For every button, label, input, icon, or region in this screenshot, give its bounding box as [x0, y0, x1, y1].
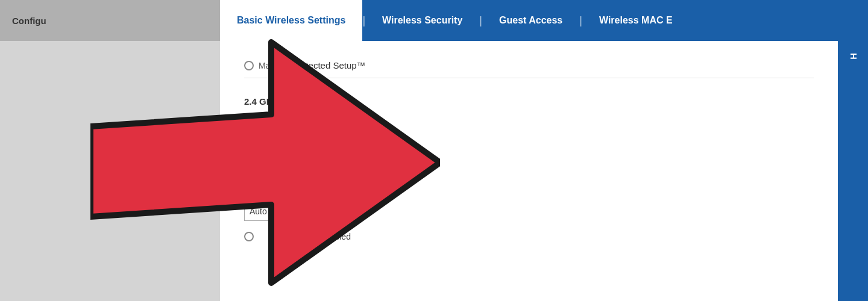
right-panel: H	[838, 41, 868, 301]
network-mode-select[interactable]: Mixed Wireless-B Only Wireless-G Only Wi…	[244, 119, 365, 138]
ssid-input[interactable]	[244, 146, 365, 166]
nav-bar: Basic Wireless Settings | Wireless Secur…	[220, 0, 868, 41]
wps-row: Manu Protected Setup™	[244, 53, 814, 78]
tab-wireless-mac[interactable]: Wireless MAC E	[582, 0, 690, 41]
right-panel-text: H	[848, 53, 858, 60]
broadcast-enabled-radio[interactable]	[244, 232, 254, 241]
channel-width-row: 0 MHz Only 20 MHz Only 40 MHz Only Auto	[244, 174, 814, 193]
channel-width-select[interactable]: 0 MHz Only 20 MHz Only 40 MHz Only Auto	[244, 174, 365, 193]
wps-radio[interactable]	[244, 61, 254, 70]
tab-wireless-security-label: Wireless Security	[382, 15, 462, 26]
tab-wireless-security[interactable]: Wireless Security	[365, 0, 479, 41]
tab-basic-wireless-label: Basic Wireless Settings	[237, 15, 345, 26]
broadcast-enabled-label: bled	[268, 232, 284, 241]
sidebar: Configu	[0, 0, 220, 301]
section-heading: 2.4 GHz Wireless Setting	[244, 90, 814, 119]
section-heading-text: 2.4 GHz Wireless Setting	[244, 96, 350, 107]
settings-grid: Mixed Wireless-B Only Wireless-G Only Wi…	[244, 119, 814, 241]
wps-manual-label: Manu	[259, 61, 280, 70]
broadcast-row: bled Disabled	[244, 232, 814, 241]
channel-wrapper: Auto 1 6 11	[244, 202, 316, 221]
wps-title: Protected Setup™	[292, 60, 366, 70]
broadcast-disabled-label: Disabled	[318, 232, 350, 241]
ssid-row	[244, 146, 814, 166]
channel-row: Auto 1 6 11	[244, 202, 814, 221]
content-area: Manu Protected Setup™ 2.4 GHz Wireless S…	[220, 41, 838, 301]
channel-width-wrapper: 0 MHz Only 20 MHz Only 40 MHz Only Auto	[244, 174, 365, 193]
sidebar-header: Configu	[0, 0, 220, 41]
channel-select[interactable]: Auto 1 6 11	[244, 202, 316, 221]
sidebar-header-text: Configu	[12, 16, 46, 26]
broadcast-disabled-radio[interactable]	[294, 232, 303, 241]
tab-basic-wireless[interactable]: Basic Wireless Settings	[220, 0, 362, 41]
network-mode-row: Mixed Wireless-B Only Wireless-G Only Wi…	[244, 119, 814, 138]
tab-guest-access-label: Guest Access	[499, 15, 562, 26]
tab-wireless-mac-label: Wireless MAC E	[599, 15, 673, 26]
tab-guest-access[interactable]: Guest Access	[482, 0, 579, 41]
network-mode-wrapper: Mixed Wireless-B Only Wireless-G Only Wi…	[244, 119, 365, 138]
